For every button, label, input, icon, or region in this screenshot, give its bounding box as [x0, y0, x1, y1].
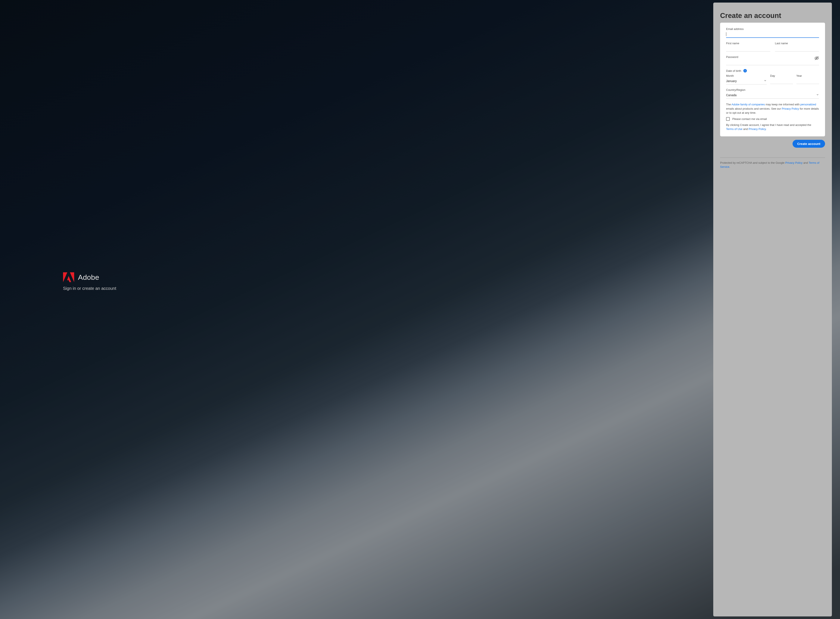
text: By clicking Create account, I agree that… — [726, 123, 811, 127]
password-input[interactable] — [726, 59, 819, 65]
dob-label: Date of birth — [726, 69, 741, 72]
text: and — [803, 161, 809, 164]
chevron-down-icon — [764, 79, 767, 83]
country-field-wrap: Country/Region Canada — [726, 88, 819, 99]
day-label: Day — [770, 74, 793, 77]
contact-checkbox-row: Please contact me via email — [726, 117, 819, 121]
password-field-wrap: Password — [726, 55, 819, 65]
signup-panel: Create an account Email address First na… — [713, 3, 832, 616]
chevron-down-icon — [816, 93, 819, 97]
marketing-disclosure: The Adobe family of companies may keep m… — [726, 102, 819, 115]
day-field-wrap: Day — [770, 74, 793, 84]
terms-of-use-link[interactable]: Terms of Use — [726, 127, 743, 131]
google-privacy-link[interactable]: Privacy Policy — [785, 161, 803, 164]
privacy-policy-link-2[interactable]: Privacy Policy — [749, 127, 766, 131]
country-value: Canada — [726, 93, 737, 97]
text: Protected by reCAPTCHA and subject to th… — [720, 161, 785, 164]
terms-agreement: By clicking Create account, I agree that… — [726, 123, 819, 131]
text: . — [765, 127, 767, 131]
email-field-wrap: Email address — [726, 27, 819, 38]
email-input[interactable] — [726, 31, 819, 38]
first-name-label: First name — [726, 42, 770, 45]
text: The — [726, 103, 731, 106]
adobe-logo-icon — [63, 272, 74, 282]
day-input[interactable] — [770, 78, 793, 84]
dob-header: Date of birth i — [726, 69, 819, 72]
month-label: Month — [726, 74, 767, 77]
divider — [720, 157, 825, 158]
contact-checkbox[interactable] — [726, 117, 730, 121]
last-name-input[interactable] — [775, 45, 819, 51]
year-field-wrap: Year — [797, 74, 819, 84]
text: may keep me informed with — [765, 103, 800, 106]
password-label: Password — [726, 55, 819, 58]
last-name-field-wrap: Last name — [775, 42, 819, 51]
button-row: Create account — [720, 136, 825, 148]
text: . — [729, 165, 730, 169]
info-icon[interactable]: i — [743, 69, 747, 72]
svg-marker-2 — [67, 276, 71, 282]
year-label: Year — [797, 74, 819, 77]
contact-checkbox-label: Please contact me via email — [732, 117, 767, 121]
personalized-link[interactable]: personalized — [800, 103, 816, 106]
panel-title: Create an account — [720, 12, 825, 19]
brand-block: Adobe Sign in or create an account — [63, 272, 116, 291]
email-label: Email address — [726, 27, 819, 31]
brand-row: Adobe — [63, 272, 116, 282]
svg-marker-0 — [63, 272, 67, 282]
month-value: January — [726, 79, 737, 83]
first-name-input[interactable] — [726, 45, 770, 51]
privacy-policy-link[interactable]: Privacy Policy — [782, 107, 799, 110]
text: and — [743, 127, 749, 131]
country-label: Country/Region — [726, 88, 819, 91]
month-select[interactable]: January — [726, 78, 767, 84]
brand-name: Adobe — [78, 273, 99, 281]
year-input[interactable] — [797, 78, 819, 84]
toggle-password-visibility-icon[interactable] — [815, 56, 819, 61]
text-cursor — [726, 32, 726, 36]
create-account-button[interactable]: Create account — [792, 140, 825, 148]
signup-card: Email address First name Last name Passw… — [720, 22, 825, 136]
last-name-label: Last name — [775, 42, 819, 45]
recaptcha-notice: Protected by reCAPTCHA and subject to th… — [720, 161, 825, 169]
adobe-family-link[interactable]: Adobe family of companies — [731, 103, 765, 106]
brand-tagline: Sign in or create an account — [63, 286, 116, 291]
month-field-wrap: Month January — [726, 74, 767, 84]
first-name-field-wrap: First name — [726, 42, 770, 51]
text: emails about products and services. See … — [726, 107, 782, 110]
country-select[interactable]: Canada — [726, 92, 819, 99]
